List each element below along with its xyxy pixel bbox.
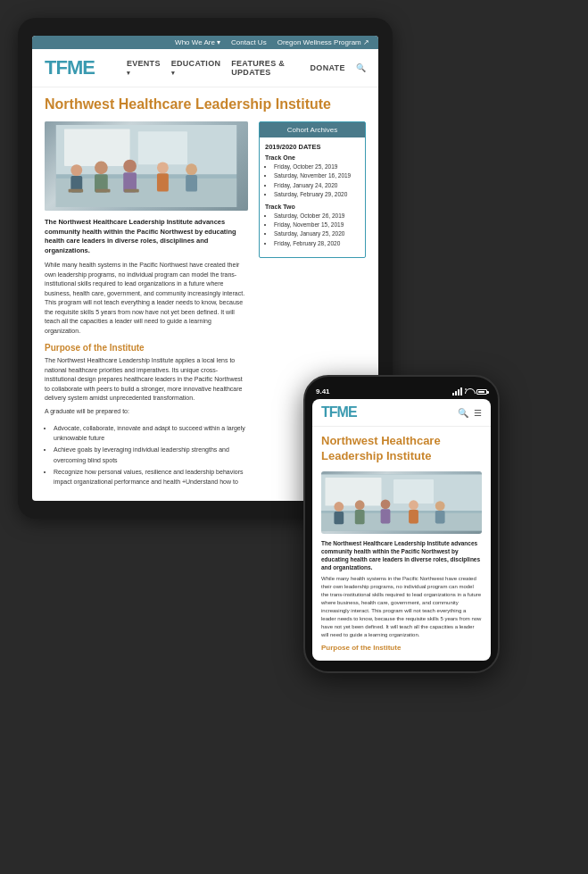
- leadership-image: [45, 121, 248, 211]
- phone-nav: TFME 🔍 ☰: [312, 399, 491, 427]
- phone-logo[interactable]: TFME: [321, 404, 357, 420]
- track-one-date-4: Saturday, February 29, 2020: [274, 190, 360, 199]
- signal-bar-2: [455, 391, 457, 395]
- dates-heading: 2019/2020 DATES: [265, 143, 360, 151]
- svg-rect-3: [138, 131, 187, 164]
- phone-screen: TFME 🔍 ☰ Northwest Healthcare Leadership…: [312, 399, 491, 661]
- signal-bar-4: [460, 387, 462, 395]
- phone-menu-icon[interactable]: ☰: [474, 408, 482, 418]
- grad-list-item: Advocate, collaborate, innovate and adap…: [54, 423, 248, 443]
- svg-rect-22: [321, 512, 482, 530]
- svg-rect-32: [435, 511, 445, 523]
- svg-rect-16: [95, 189, 111, 193]
- svg-point-5: [70, 164, 82, 176]
- grad-list-item: Achieve goals by leveraging individual l…: [54, 445, 248, 464]
- signal-bar-1: [452, 393, 454, 395]
- oregon-wellness-link[interactable]: Oregon Wellness Program ↗: [277, 38, 369, 46]
- nav-education[interactable]: EDUCATION: [171, 59, 221, 77]
- body-text: While many health systems in the Pacific…: [45, 261, 248, 336]
- who-we-are-link[interactable]: Who We Are ▾: [175, 38, 220, 46]
- svg-point-29: [409, 500, 418, 510]
- svg-point-23: [334, 502, 344, 512]
- svg-rect-26: [355, 510, 365, 524]
- phone-image-caption: The Northwest Healthcare Leadership Inst…: [321, 539, 482, 571]
- nav-events[interactable]: EVENTS: [127, 59, 161, 77]
- track-two-date-2: Friday, November 15, 2019: [274, 221, 360, 229]
- nav-donate[interactable]: DONATE: [311, 63, 345, 72]
- track-one-label: Track One: [265, 154, 360, 161]
- phone-status-icons: [452, 387, 487, 395]
- track-two-date-4: Friday, February 28, 2020: [274, 239, 360, 248]
- section-title: Purpose of the Institute: [45, 343, 248, 353]
- nav-features[interactable]: FEATURES & UPDATES: [231, 59, 299, 77]
- phone-body-text: While many health systems in the Pacific…: [321, 575, 482, 639]
- svg-point-27: [381, 499, 391, 509]
- image-caption: The Northwest Healthcare Leadership Inst…: [45, 218, 248, 255]
- track-one-dates: Friday, October 25, 2019 Saturday, Novem…: [265, 162, 360, 200]
- svg-rect-17: [124, 189, 139, 193]
- svg-rect-24: [334, 512, 344, 524]
- contact-us-link[interactable]: Contact Us: [231, 38, 267, 46]
- tablet-logo[interactable]: TFME: [45, 56, 95, 79]
- track-two-date-1: Saturday, October 26, 2019: [274, 212, 360, 221]
- svg-rect-20: [326, 478, 382, 506]
- section-body: The Northwest Healthcare Leadership Inst…: [45, 356, 248, 404]
- search-icon[interactable]: 🔍: [356, 63, 366, 72]
- phone-page-title: Northwest Healthcare Leadership Institut…: [321, 434, 482, 464]
- page-title: Northwest Healthcare Leadership Institut…: [45, 96, 366, 112]
- cohort-body: 2019/2020 DATES Track One Friday, Octobe…: [260, 137, 365, 257]
- grad-list-item: Recognize how personal values, resilienc…: [54, 467, 248, 487]
- svg-rect-4: [56, 179, 236, 207]
- signal-bar-3: [458, 389, 460, 395]
- track-two-date-3: Saturday, January 25, 2020: [274, 229, 360, 238]
- cohort-box: Cohort Archives 2019/2020 DATES Track On…: [259, 121, 366, 258]
- svg-point-31: [435, 501, 445, 511]
- svg-point-9: [123, 160, 137, 173]
- phone-search-icon[interactable]: 🔍: [458, 408, 468, 418]
- svg-point-7: [95, 161, 108, 174]
- grad-list: Advocate, collaborate, innovate and adap…: [45, 423, 248, 487]
- phone-nav-icons: 🔍 ☰: [458, 408, 482, 418]
- svg-rect-2: [64, 129, 130, 166]
- svg-rect-12: [157, 173, 169, 191]
- tablet-left-col: The Northwest Healthcare Leadership Inst…: [45, 121, 248, 488]
- svg-point-25: [355, 500, 365, 510]
- signal-icon: [452, 387, 462, 395]
- phone-device: 9.41 TFME 🔍 ☰ Northwest Healthc: [303, 375, 500, 673]
- battery-fill: [478, 391, 484, 393]
- tablet-top-nav: Who We Are ▾ Contact Us Oregon Wellness …: [32, 36, 378, 49]
- track-one-date-2: Saturday, November 16, 2019: [274, 171, 360, 180]
- phone-leadership-image: [321, 471, 482, 534]
- svg-point-13: [186, 163, 197, 175]
- svg-rect-14: [186, 175, 197, 191]
- svg-point-11: [157, 162, 169, 173]
- phone-status-bar: 9.41: [312, 387, 491, 399]
- image-inner: [45, 121, 248, 211]
- track-two-dates: Saturday, October 26, 2019 Friday, Novem…: [265, 212, 360, 249]
- tablet-main-nav: TFME EVENTS EDUCATION FEATURES & UPDATES…: [32, 49, 378, 87]
- phone-time: 9.41: [316, 387, 330, 395]
- phone-section-title: Purpose of the Institute: [321, 644, 482, 652]
- phone-content: Northwest Healthcare Leadership Institut…: [312, 427, 491, 661]
- svg-rect-21: [393, 479, 434, 504]
- tablet-nav-links: EVENTS EDUCATION FEATURES & UPDATES DONA…: [127, 59, 366, 77]
- track-one-date-1: Friday, October 25, 2019: [274, 162, 360, 171]
- track-one-date-3: Friday, January 24, 2020: [274, 181, 360, 190]
- cohort-archives-button[interactable]: Cohort Archives: [260, 122, 365, 137]
- svg-rect-28: [381, 509, 391, 523]
- grad-text: A graduate will be prepared to:: [45, 407, 248, 417]
- track-two-label: Track Two: [265, 204, 360, 210]
- svg-rect-15: [69, 189, 84, 193]
- svg-rect-30: [409, 510, 418, 523]
- wifi-icon: [465, 388, 474, 395]
- battery-icon: [476, 389, 487, 395]
